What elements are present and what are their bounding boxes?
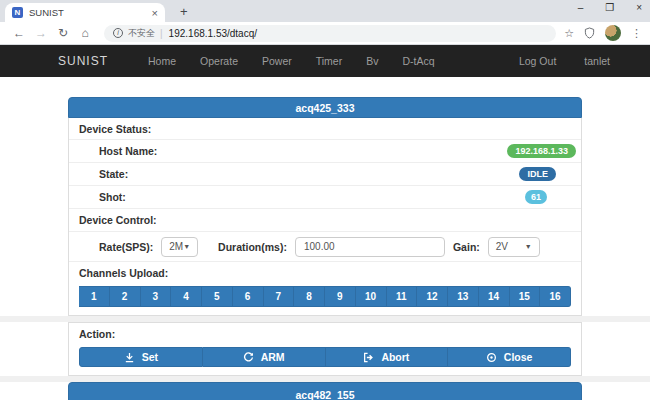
nav-item[interactable]: Log Out <box>505 55 570 67</box>
abort-button[interactable]: Abort <box>326 347 449 367</box>
browser-tab[interactable]: N SUNIST × <box>5 3 165 22</box>
tab-close-icon[interactable]: × <box>152 7 158 19</box>
window-close-button[interactable]: × <box>636 2 642 13</box>
bookmark-star-icon[interactable]: ☆ <box>564 27 574 40</box>
channel-button[interactable]: 9 <box>325 286 356 307</box>
host-name-badge: 192.168.1.33 <box>507 144 576 158</box>
channel-button[interactable]: 2 <box>110 286 141 307</box>
new-tab-button[interactable]: + <box>180 4 188 19</box>
arm-button-label: ARM <box>261 351 285 363</box>
tab-title: SUNIST <box>29 7 152 18</box>
host-name-row: Host Name: 192.168.1.33 <box>69 140 581 163</box>
shot-badge: 61 <box>525 190 547 204</box>
channel-button[interactable]: 15 <box>510 286 541 307</box>
abort-button-label: Abort <box>381 351 409 363</box>
profile-avatar[interactable] <box>605 25 621 41</box>
arm-button[interactable]: ARM <box>203 347 326 367</box>
duration-input[interactable] <box>295 237 445 257</box>
rate-select[interactable]: 2M ▼ <box>161 237 198 257</box>
state-label: State: <box>69 168 128 180</box>
set-button-label: Set <box>142 351 158 363</box>
channel-button[interactable]: 16 <box>540 286 571 307</box>
security-label: 不安全 <box>128 27 155 40</box>
nav-item[interactable]: Home <box>136 55 188 67</box>
second-device-panel-title[interactable]: acq482_155 <box>68 382 582 400</box>
channel-button[interactable]: 6 <box>233 286 264 307</box>
favicon-icon: N <box>12 7 23 18</box>
gain-label: Gain: <box>453 241 480 253</box>
close-button[interactable]: Close <box>448 347 571 367</box>
chevron-down-icon: ▼ <box>183 243 190 250</box>
close-button-label: Close <box>504 351 533 363</box>
nav-item[interactable]: Operate <box>188 55 250 67</box>
navbar-brand[interactable]: SUNIST <box>58 54 108 68</box>
reload-icon[interactable]: ↻ <box>52 26 74 40</box>
address-separator: | <box>160 28 163 39</box>
device-status-section-label: Device Status: <box>69 123 151 135</box>
url-text: 192.168.1.53/dtacq/ <box>169 28 257 39</box>
channel-button[interactable]: 8 <box>294 286 325 307</box>
site-info-icon[interactable]: i <box>113 28 123 38</box>
state-row: State: IDLE <box>69 163 581 186</box>
page-content: acq425_333 Device Status: Host Name: 192… <box>0 97 650 400</box>
nav-item[interactable]: Timer <box>304 55 354 67</box>
host-name-label: Host Name: <box>69 145 157 157</box>
channel-button[interactable]: 11 <box>387 286 418 307</box>
rate-value: 2M <box>169 241 183 252</box>
channel-button[interactable]: 1 <box>79 286 110 307</box>
back-icon[interactable]: ← <box>8 26 30 40</box>
shot-label: Shot: <box>69 191 126 203</box>
device-panel-body: Device Status: Host Name: 192.168.1.33 S… <box>68 118 582 316</box>
device-panel-title: acq425_333 <box>68 97 582 118</box>
power-icon <box>486 352 497 363</box>
channel-button[interactable]: 4 <box>171 286 202 307</box>
nav-item[interactable]: Power <box>250 55 304 67</box>
nav-item[interactable]: D-tAcq <box>390 55 446 67</box>
channel-button[interactable]: 13 <box>448 286 479 307</box>
window-maximize-button[interactable]: ❐ <box>605 2 614 13</box>
channel-button[interactable]: 3 <box>141 286 172 307</box>
browser-menu-icon[interactable]: ⋮ <box>631 27 642 40</box>
control-row: Rate(SPS): 2M ▼ Duration(ms): Gain: 2V ▼ <box>69 232 581 262</box>
channel-buttons: 12345678910111213141516 <box>79 286 571 307</box>
channel-button[interactable]: 5 <box>202 286 233 307</box>
forward-icon[interactable]: → <box>30 26 52 40</box>
gain-select[interactable]: 2V ▼ <box>488 237 540 257</box>
browser-toolbar: ← → ↻ ⌂ i 不安全 | 192.168.1.53/dtacq/ ☆ ⋮ <box>0 22 650 45</box>
address-bar[interactable]: i 不安全 | 192.168.1.53/dtacq/ <box>104 25 556 42</box>
set-button[interactable]: Set <box>79 347 203 367</box>
refresh-icon <box>243 352 254 363</box>
browser-tab-strip: N SUNIST × + – ❐ × <box>0 0 650 22</box>
screen: N SUNIST × + – ❐ × ← → ↻ ⌂ i 不安全 | 192.1… <box>0 0 650 400</box>
device-control-section-label: Device Control: <box>69 214 157 226</box>
gain-value: 2V <box>496 241 508 252</box>
shot-row: Shot: 61 <box>69 186 581 209</box>
navbar-right-links: Log Outtanlet <box>505 55 624 67</box>
home-icon[interactable]: ⌂ <box>74 26 96 40</box>
action-section-label: Action: <box>69 328 115 340</box>
site-navbar: SUNIST HomeOperatePowerTimerBvD-tAcq Log… <box>0 45 650 77</box>
chevron-down-icon: ▼ <box>525 243 532 250</box>
state-badge: IDLE <box>519 167 556 181</box>
channel-button[interactable]: 14 <box>479 286 510 307</box>
duration-label: Duration(ms): <box>218 241 287 253</box>
channels-upload-label: Channels Upload: <box>69 267 168 279</box>
nav-item[interactable]: Bv <box>354 55 390 67</box>
extension-shield-icon[interactable] <box>584 27 595 39</box>
window-minimize-button[interactable]: – <box>578 2 584 13</box>
channel-button[interactable]: 7 <box>264 286 295 307</box>
action-panel: Action: Set ARM <box>68 322 582 376</box>
channel-button[interactable]: 12 <box>417 286 448 307</box>
channel-button[interactable]: 10 <box>356 286 387 307</box>
sign-out-icon <box>363 352 374 363</box>
nav-item[interactable]: tanlet <box>570 55 624 67</box>
download-icon <box>124 352 135 363</box>
navbar-links: HomeOperatePowerTimerBvD-tAcq <box>136 55 447 67</box>
action-buttons: Set ARM Abort <box>79 347 571 367</box>
rate-label: Rate(SPS): <box>99 241 153 253</box>
